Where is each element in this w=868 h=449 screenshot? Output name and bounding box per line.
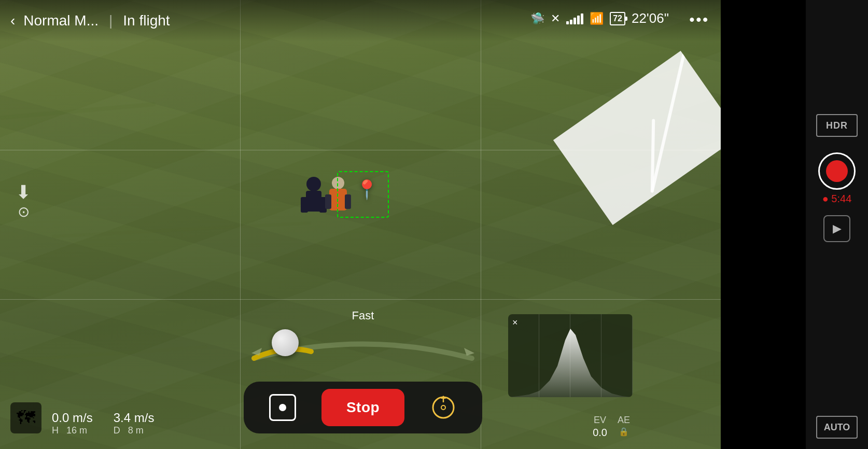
person-figure: [301, 176, 327, 218]
signal-cross-icon: ✕: [551, 12, 560, 25]
target-button[interactable]: [425, 389, 462, 426]
battery-box: 72: [610, 12, 625, 25]
ev-ae-panel: EV 0.0 AE 🔒: [593, 415, 630, 439]
record-indicator: [826, 160, 848, 182]
speed-slider-thumb[interactable]: [272, 329, 299, 356]
more-button[interactable]: •••: [690, 11, 709, 28]
top-bar: ‹ Normal M... | In flight 🛸 ✕ 📶 72: [0, 0, 721, 41]
altitude-label-h: H: [52, 425, 59, 436]
land-icon[interactable]: ⬇ ⊙: [16, 181, 31, 220]
land-arrow-icon: ⬇: [16, 181, 31, 203]
altitude-value: 16 m: [66, 425, 87, 436]
stop-button[interactable]: Stop: [321, 389, 404, 426]
svg-point-2: [306, 177, 321, 191]
ae-label: AE: [618, 415, 630, 426]
ev-label: EV: [594, 415, 606, 426]
distance-value: 8 m: [128, 425, 144, 436]
status-icons: 🛸 ✕ 📶 72 22'06": [530, 10, 669, 26]
playback-button[interactable]: ▶: [823, 215, 850, 242]
battery-indicator: 72 22'06": [610, 10, 669, 26]
svg-rect-3: [306, 191, 321, 212]
scan-button[interactable]: [264, 389, 301, 426]
hdr-button[interactable]: HDR: [816, 114, 858, 137]
svg-rect-4: [301, 197, 308, 213]
horizontal-speed-value: 0.0 m/s: [52, 411, 93, 425]
back-button[interactable]: ‹: [10, 12, 15, 29]
altitude-row: H 16 m: [52, 425, 93, 436]
horizontal-speed-item: 0.0 m/s H 16 m: [52, 411, 93, 436]
histogram-chart: [508, 325, 633, 397]
ae-item: AE 🔒: [618, 415, 630, 439]
wifi-icon: 📶: [590, 12, 604, 25]
speed-slider-track[interactable]: [244, 325, 482, 361]
land-base-icon: ⊙: [18, 203, 30, 220]
flight-time: 22'06": [632, 10, 669, 26]
vertical-speed-item: 3.4 m/s D 8 m: [114, 411, 155, 436]
record-button[interactable]: [818, 152, 856, 190]
auto-button[interactable]: AUTO: [816, 416, 858, 439]
flight-status-label: In flight: [123, 12, 170, 29]
speed-label: Fast: [244, 309, 482, 322]
signal-bars: [566, 13, 583, 24]
map-button[interactable]: 🗺: [10, 402, 41, 433]
control-bar: Stop: [244, 382, 482, 433]
histogram-panel: ×: [508, 314, 633, 397]
header-divider: |: [109, 12, 113, 29]
scan-dot: [279, 404, 286, 411]
ev-item: EV 0.0: [593, 415, 607, 439]
svg-rect-8: [325, 194, 331, 209]
drone-signal-icon: 🛸: [530, 12, 544, 25]
distance-row: D 8 m: [114, 425, 155, 436]
svg-point-13: [441, 405, 445, 410]
right-sidebar: HDR ● 5:44 ▶ AUTO: [806, 0, 868, 449]
mode-title: Normal M...: [23, 12, 99, 29]
distance-label-d: D: [114, 425, 120, 436]
battery-percent: 72: [613, 14, 622, 23]
record-time: ● 5:44: [822, 193, 852, 205]
ae-lock-icon: 🔒: [619, 427, 629, 437]
scan-icon: [269, 394, 296, 421]
histogram-close-button[interactable]: ×: [512, 317, 518, 328]
speed-control[interactable]: Fast: [244, 309, 482, 361]
location-pin-icon: 📍: [355, 179, 379, 201]
camera-view: ‹ Normal M... | In flight 🛸 ✕ 📶 72: [0, 0, 721, 449]
map-icon-glyph: 🗺: [17, 407, 35, 429]
playback-icon: ▶: [833, 222, 842, 235]
target-icon: [430, 395, 456, 420]
flight-data: 0.0 m/s H 16 m 3.4 m/s D 8 m: [52, 411, 154, 436]
ev-value: 0.0: [593, 427, 607, 439]
vertical-speed-value: 3.4 m/s: [114, 411, 155, 425]
